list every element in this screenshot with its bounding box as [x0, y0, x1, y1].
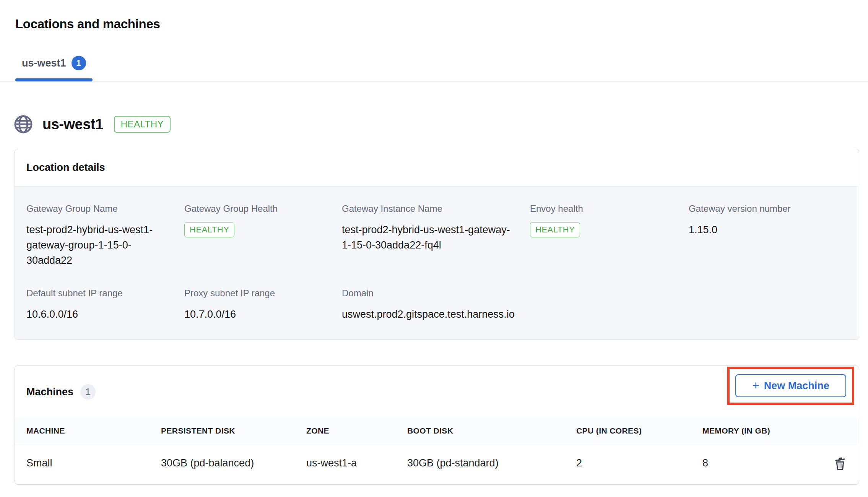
new-machine-button[interactable]: + New Machine [735, 374, 846, 397]
field-value: 1.15.0 [689, 222, 847, 237]
delete-machine-button[interactable] [831, 454, 850, 473]
field-label: Gateway Instance Name [342, 203, 530, 214]
field-value: 10.7.0.0/16 [184, 307, 342, 322]
tab-us-west1[interactable]: us-west1 1 [15, 56, 93, 81]
tabs-bar: us-west1 1 [0, 56, 868, 81]
field-gateway-group-health: Gateway Group Health HEALTHY [184, 203, 342, 268]
field-label: Envoy health [530, 203, 689, 214]
col-boot-disk: BOOT DISK [396, 418, 565, 444]
col-memory: MEMORY (IN GB) [691, 418, 827, 444]
field-label: Gateway Group Health [184, 203, 342, 214]
cell-zone: us-west1-a [295, 444, 396, 485]
machines-table-header-row: MACHINE PERSISTENT DISK ZONE BOOT DISK C… [15, 418, 859, 444]
trash-icon [832, 456, 848, 472]
col-machine: MACHINE [15, 418, 150, 444]
field-label: Proxy subnet IP range [184, 288, 342, 299]
cell-cpu: 2 [565, 444, 691, 485]
field-value: test-prod2-hybrid-us-west1-gateway-1-15-… [342, 222, 514, 253]
new-machine-button-label: New Machine [764, 380, 829, 392]
location-details-body: Gateway Group Name test-prod2-hybrid-us-… [15, 186, 859, 339]
gateway-group-health-badge: HEALTHY [184, 222, 234, 237]
col-zone: ZONE [295, 418, 396, 444]
col-cpu: CPU (IN CORES) [565, 418, 691, 444]
machines-table: MACHINE PERSISTENT DISK ZONE BOOT DISK C… [15, 418, 859, 484]
plus-icon: + [752, 379, 759, 391]
annotation-highlight-box: + New Machine [727, 367, 854, 405]
machines-count-badge: 1 [80, 384, 96, 400]
location-status-badge: HEALTHY [114, 116, 171, 133]
cell-machine: Small [15, 444, 150, 485]
location-header: us-west1 HEALTHY [13, 114, 868, 135]
page-title: Locations and machines [15, 17, 868, 31]
location-details-header: Location details [15, 149, 859, 186]
location-details-title: Location details [26, 162, 847, 174]
field-value: uswest.prod2.gitspace.test.harness.io [342, 307, 530, 322]
active-tab-underline [15, 78, 93, 81]
field-default-subnet: Default subnet IP range 10.6.0.0/16 [26, 288, 184, 322]
field-label: Gateway version number [689, 203, 847, 214]
cell-boot-disk: 30GB (pd-standard) [396, 444, 565, 485]
field-value: test-prod2-hybrid-us-west1-gateway-group… [26, 222, 154, 268]
location-name: us-west1 [42, 116, 103, 133]
machines-title: Machines [26, 386, 73, 398]
field-gateway-version: Gateway version number 1.15.0 [689, 203, 847, 268]
envoy-health-badge: HEALTHY [530, 222, 580, 237]
field-gateway-instance-name: Gateway Instance Name test-prod2-hybrid-… [342, 203, 530, 268]
tab-count-badge: 1 [72, 56, 86, 70]
cell-persistent-disk: 30GB (pd-balanced) [150, 444, 295, 485]
cell-memory: 8 [691, 444, 827, 485]
location-details-card: Location details Gateway Group Name test… [15, 149, 859, 340]
details-row-1: Gateway Group Name test-prod2-hybrid-us-… [26, 203, 847, 268]
col-persistent-disk: PERSISTENT DISK [150, 418, 295, 444]
tab-label: us-west1 [22, 57, 66, 69]
machines-card: Machines 1 + New Machine MACHINE PERSIST… [15, 365, 859, 485]
details-row-2: Default subnet IP range 10.6.0.0/16 Prox… [26, 288, 847, 322]
col-actions [827, 418, 859, 444]
field-domain: Domain uswest.prod2.gitspace.test.harnes… [342, 288, 530, 322]
globe-icon [13, 114, 34, 135]
field-label: Gateway Group Name [26, 203, 184, 214]
field-label: Domain [342, 288, 530, 299]
field-envoy-health: Envoy health HEALTHY [530, 203, 689, 268]
field-label: Default subnet IP range [26, 288, 184, 299]
field-gateway-group-name: Gateway Group Name test-prod2-hybrid-us-… [26, 203, 184, 268]
field-value: 10.6.0.0/16 [26, 307, 184, 322]
table-row-small[interactable]: Small 30GB (pd-balanced) us-west1-a 30GB… [15, 444, 859, 485]
machines-header: Machines 1 + New Machine [15, 366, 859, 418]
field-proxy-subnet: Proxy subnet IP range 10.7.0.0/16 [184, 288, 342, 322]
